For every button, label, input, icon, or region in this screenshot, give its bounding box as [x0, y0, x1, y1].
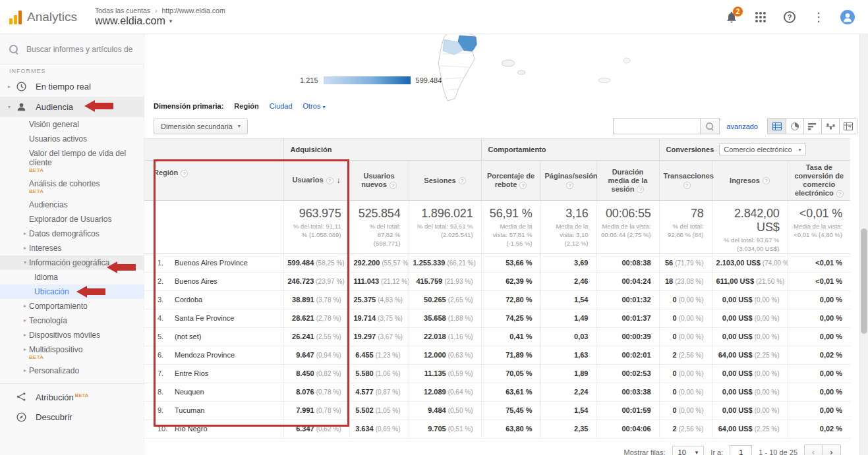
column-header-duracion-media[interactable]: Duración media de la sesión?	[596, 161, 659, 201]
argentina-map[interactable]	[408, 34, 658, 102]
sidebar-item-tecnologia[interactable]: ▸ Tecnología	[0, 313, 144, 328]
sidebar-item-audiencia[interactable]: ▾ Audiencia	[0, 97, 144, 117]
table-view-icon[interactable]	[768, 119, 786, 134]
secondary-dimension-button[interactable]: Dimensión secundaria ▾	[154, 119, 248, 134]
column-header-ingresos[interactable]: Ingresos?	[712, 161, 788, 201]
report-search-input[interactable]	[613, 118, 700, 134]
sesiones-cell: 50.265(2,65 %)	[409, 290, 481, 309]
report-search-button[interactable]	[700, 118, 720, 134]
user-avatar[interactable]	[840, 10, 855, 24]
sesiones-cell: 1.255.339(66,21 %)	[409, 254, 481, 272]
help-icon[interactable]: ?	[459, 177, 466, 184]
usuarios-nuevos-cell: 111.043(21,12 %)	[349, 272, 409, 290]
annotation-arrow-audiencia	[84, 100, 115, 112]
help-icon[interactable]: ?	[326, 177, 333, 184]
table-row: 9.Tucuman 7.991(0,78 %) 5.502(1,05 %) 9.…	[144, 401, 850, 419]
view-selector	[767, 118, 857, 134]
column-header-paginas-sesion[interactable]: Páginas/sesión?	[540, 161, 596, 201]
sidebar-item-analisis-cohortes[interactable]: Análisis de cohortesBETA	[0, 176, 144, 198]
column-header-usuarios-nuevos[interactable]: Usuarios nuevos?	[349, 161, 409, 201]
help-icon[interactable]: ?	[566, 182, 573, 189]
advanced-search-link[interactable]: avanzado	[726, 122, 758, 130]
region-link[interactable]: Rio Negro	[175, 425, 208, 433]
region-cell: 3.Cordoba	[144, 290, 283, 309]
caret-down-icon: ▾	[21, 258, 29, 267]
transacciones-cell: 2(2,56 %)	[659, 346, 712, 364]
region-link[interactable]: Tucuman	[175, 406, 204, 414]
region-link[interactable]: Buenos Aires Province	[175, 259, 248, 267]
sidebar-item-explorador-usuarios[interactable]: Explorador de Usuarios	[0, 212, 144, 227]
row-rank: 10.	[158, 425, 175, 433]
next-page-button[interactable]: ›	[823, 445, 840, 455]
sidebar-item-usuarios-activos[interactable]: Usuarios activos	[0, 132, 144, 146]
sidebar-item-idioma[interactable]: Idioma	[0, 270, 144, 284]
goto-page-input[interactable]	[730, 445, 752, 455]
sidebar-item-dispositivos-moviles[interactable]: ▸ Dispositivos móviles	[0, 328, 144, 342]
previous-page-button[interactable]: ‹	[805, 445, 823, 455]
column-header-porcentaje-rebote[interactable]: Porcentaje de rebote?	[481, 161, 540, 201]
sidebar-item-personalizado[interactable]: ▸ Personalizado	[0, 363, 144, 378]
breadcrumb-property[interactable]: http://www.eldia.com	[161, 7, 225, 14]
column-header-sesiones[interactable]: Sesiones?	[409, 161, 481, 201]
help-icon[interactable]: ?	[763, 177, 770, 184]
sidebar-search[interactable]: Buscar informes y artículos de	[0, 34, 144, 65]
notifications-bell-icon[interactable]: 2	[724, 10, 739, 24]
dimension-other-tab[interactable]: Otros▾	[303, 102, 326, 110]
column-header-region[interactable]: Región?	[144, 161, 283, 201]
sidebar-item-ubicacion[interactable]: Ubicación	[0, 284, 144, 299]
help-icon[interactable]: ?	[782, 10, 797, 24]
help-icon[interactable]: ?	[683, 182, 691, 189]
region-link[interactable]: (not set)	[175, 333, 201, 340]
apps-grid-icon[interactable]	[753, 10, 768, 24]
usuarios-cell: 28.621(2,78 %)	[283, 309, 349, 327]
app-name: Analytics	[27, 10, 77, 24]
primary-dimension-label: Dimensión primaria:	[154, 102, 223, 110]
sidebar-item-audiencias[interactable]: Audiencias	[0, 198, 144, 212]
dimension-region-tab[interactable]: Región	[234, 102, 258, 110]
row-rank: 2.	[158, 277, 175, 285]
scrollbar-thumb[interactable]	[861, 228, 867, 334]
performance-view-icon[interactable]	[803, 119, 821, 134]
sidebar-item-intereses[interactable]: ▸ Intereses	[0, 241, 144, 255]
comparison-view-icon[interactable]	[821, 119, 839, 134]
usuarios-cell: 6.347(0,62 %)	[283, 419, 349, 438]
sidebar-item-en-tiempo-real[interactable]: ▸ En tiempo real	[0, 76, 144, 97]
table-row: 10.Rio Negro 6.347(0,62 %) 3.634(0,69 %)…	[144, 419, 850, 438]
sidebar-item-vision-general[interactable]: Visión general	[0, 117, 144, 132]
sidebar-item-atribucion[interactable]: AtribuciónBETA	[0, 387, 144, 407]
column-header-transacciones[interactable]: Transacciones?	[659, 161, 712, 201]
region-link[interactable]: Mendoza Province	[175, 351, 235, 359]
conversion-type-dropdown[interactable]: Comercio electrónico ▾	[719, 144, 805, 155]
account-selector[interactable]: www.eldia.com ▾	[95, 15, 225, 27]
dimension-city-tab[interactable]: Ciudad	[270, 102, 293, 110]
table-row: 1.Buenos Aires Province 599.484(58,25 %)…	[144, 254, 850, 272]
vertical-scrollbar[interactable]	[859, 34, 868, 455]
help-icon[interactable]: ?	[390, 182, 397, 189]
sidebar-item-multidispositivo[interactable]: ▸ MultidispositivoBETA	[0, 342, 144, 363]
sesiones-cell: 9.484(0,50 %)	[409, 401, 481, 419]
help-icon[interactable]: ?	[181, 170, 188, 177]
pivot-view-icon[interactable]	[839, 119, 857, 134]
sidebar-item-comportamiento[interactable]: ▸ Comportamiento	[0, 299, 144, 313]
region-link[interactable]: Cordoba	[175, 296, 202, 304]
percentage-view-icon[interactable]	[786, 119, 803, 134]
column-header-usuarios[interactable]: Usuarios?↓	[283, 161, 349, 201]
rows-per-page-select[interactable]: 10 ▾	[672, 446, 705, 455]
tasa-cell: 0,02 %	[788, 346, 850, 364]
sidebar-item-datos-demograficos[interactable]: ▸ Datos demográficos	[0, 227, 144, 241]
region-link[interactable]: Entre Rios	[175, 369, 208, 377]
region-link[interactable]: Buenos Aires	[175, 277, 217, 285]
column-header-tasa-conversion[interactable]: Tasa de conversión de comercio electróni…	[788, 161, 850, 201]
help-icon[interactable]: ?	[836, 190, 844, 198]
help-icon[interactable]: ?	[637, 186, 644, 193]
sidebar-item-valor-tiempo-vida[interactable]: Valor del tiempo de vida del clienteBETA	[0, 146, 144, 176]
sidebar-item-informacion-geografica[interactable]: ▾ Información geográfica	[0, 255, 144, 270]
more-options-icon[interactable]: ⋮	[811, 10, 826, 24]
usuarios-nuevos-cell: 25.375(4,83 %)	[349, 290, 409, 309]
sidebar-item-descubrir[interactable]: Descubrir	[0, 407, 144, 427]
help-icon[interactable]: ?	[519, 182, 527, 189]
region-link[interactable]: Santa Fe Province	[175, 314, 235, 322]
region-link[interactable]: Neuquen	[175, 388, 204, 396]
analytics-logo[interactable]: Analytics	[0, 10, 86, 24]
breadcrumb-all-accounts[interactable]: Todas las cuentas	[95, 7, 150, 14]
